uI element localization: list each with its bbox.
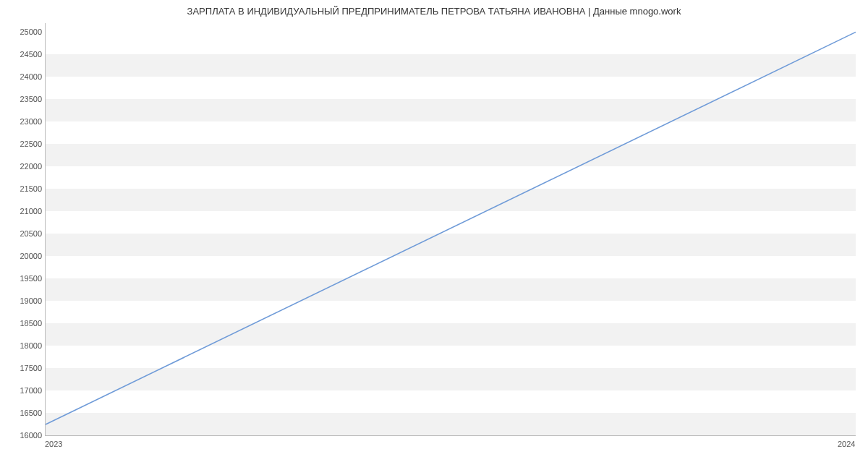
y-tick-label: 17000: [0, 386, 42, 395]
chart-title: ЗАРПЛАТА В ИНДИВИДУАЛЬНЫЙ ПРЕДПРИНИМАТЕЛ…: [0, 6, 868, 17]
y-tick-label: 23000: [0, 117, 42, 126]
y-tick-label: 25000: [0, 27, 42, 36]
x-tick-label: 2023: [45, 440, 62, 448]
y-tick-label: 21500: [0, 184, 42, 193]
y-tick-label: 19500: [0, 274, 42, 283]
y-tick-label: 16500: [0, 409, 42, 417]
y-tick-label: 24500: [0, 50, 42, 59]
line-layer: [46, 23, 856, 435]
y-tick-label: 24000: [0, 72, 42, 81]
y-tick-label: 18000: [0, 341, 42, 350]
salary-chart: ЗАРПЛАТА В ИНДИВИДУАЛЬНЫЙ ПРЕДПРИНИМАТЕЛ…: [0, 0, 868, 470]
y-tick-label: 18500: [0, 319, 42, 328]
y-tick-label: 21000: [0, 207, 42, 215]
y-tick-label: 20500: [0, 229, 42, 238]
series-line: [46, 32, 856, 424]
plot-area: [45, 23, 856, 436]
y-tick-label: 16000: [0, 431, 42, 440]
x-tick-label: 2024: [838, 440, 855, 448]
y-tick-label: 20000: [0, 252, 42, 260]
y-tick-label: 17500: [0, 364, 42, 372]
y-tick-label: 23500: [0, 95, 42, 103]
y-tick-label: 22500: [0, 140, 42, 148]
y-tick-label: 22000: [0, 162, 42, 171]
y-tick-label: 19000: [0, 296, 42, 305]
